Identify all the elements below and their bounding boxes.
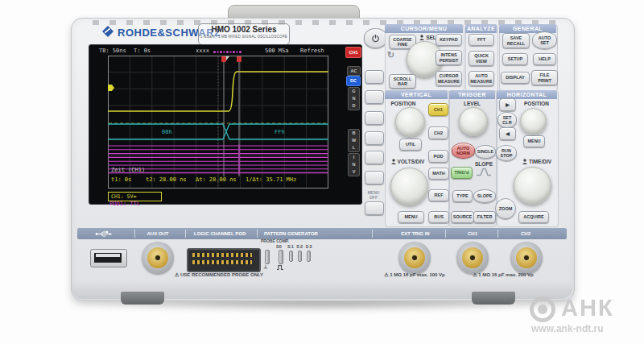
cursor-prev-button[interactable]: ◀: [499, 127, 516, 140]
side-tab-inv: I N V: [348, 153, 360, 176]
cursor-delta-t: Δt: 28.00 ns: [196, 176, 237, 183]
side-tab-dc: DC: [346, 76, 361, 86]
softkey-5[interactable]: [365, 151, 384, 164]
trigger-slope-button[interactable]: SLOPE: [473, 189, 496, 203]
pattern-generator-label: PATTERN GENERATOR: [261, 228, 345, 239]
help-button[interactable]: HELP: [533, 53, 556, 65]
math-button[interactable]: MATH: [428, 168, 449, 180]
cursor-t2: t2: 28.00 ns: [146, 176, 187, 183]
time-div-label: TIME/DIV: [518, 158, 556, 164]
trigger-level-knob[interactable]: [459, 107, 488, 136]
volts-div-knob[interactable]: [390, 168, 428, 205]
status-activity-dots: [213, 48, 242, 55]
horizontal-position-knob[interactable]: [520, 108, 547, 135]
trigger-source-button[interactable]: SOURCE: [451, 211, 474, 223]
side-tab-bwl: B W L: [348, 129, 360, 152]
model-name: HMO 1002 Series: [199, 24, 289, 35]
trigger-level-label: LEVEL: [454, 100, 490, 106]
trigger-type-button[interactable]: TYPE: [452, 190, 473, 202]
band-divider: [497, 230, 498, 238]
band-divider: [257, 230, 258, 238]
softkey-6[interactable]: [365, 171, 384, 184]
pod-readout: POD1: TTL: [109, 201, 140, 207]
display-button[interactable]: DISPLAY: [501, 72, 530, 84]
file-print-button[interactable]: FILE PRINT: [531, 70, 558, 85]
ext-trig-warning: ⚠ 1 MΩ 16 pF max. 100 Vp: [372, 271, 457, 277]
watermark-name: АНК: [561, 295, 614, 321]
side-tab-gnd: G N D: [348, 87, 360, 110]
channel-warning: ⚠ 1 MΩ 16 pF max. 200 Vp: [459, 271, 547, 277]
util-button[interactable]: UTIL: [399, 139, 422, 151]
probe-comp-signal-pin: [279, 250, 283, 264]
setup-button[interactable]: SETUP: [502, 53, 528, 65]
section-analyze-header: ANALYZE: [465, 24, 497, 33]
trigd-indicator: TRIG'd: [451, 167, 473, 179]
section-vertical-header: VERTICAL: [385, 90, 448, 99]
power-button[interactable]: [364, 28, 387, 48]
model-subtitle: 1 GSa/s / 1 MB MIXED SIGNAL OSCILLOSCOPE: [199, 35, 289, 39]
probe-warning: ⚠ USE RECOMMENDED PROBE ONLY: [174, 271, 264, 277]
bus-value-low: 00h: [162, 129, 172, 135]
acquire-button[interactable]: ACQUIRE: [518, 211, 549, 223]
side-tab-channel: CH1: [345, 47, 361, 58]
status-timebase: TB: 50ns: [99, 48, 126, 54]
oscilloscope-product-photo: ROHDE&SCHWARZ HMO 1002 Series 1 GSa/s / …: [0, 0, 644, 344]
softkey-2[interactable]: [365, 90, 384, 104]
scroll-bar-button[interactable]: SCROLL BAR: [389, 74, 416, 89]
save-recall-button[interactable]: SAVE RECALL: [502, 33, 530, 48]
s1-pin: [289, 251, 293, 262]
auto-norm-button[interactable]: AUTO NORM: [452, 143, 475, 159]
section-trigger-header: TRIGGER: [449, 90, 495, 99]
cursor-measure-button[interactable]: CURSOR MEASURE: [436, 71, 462, 86]
keypad-button[interactable]: KEYPAD: [436, 34, 462, 46]
single-button[interactable]: SINGLE: [475, 145, 496, 159]
softkey-menu-off[interactable]: [365, 201, 384, 215]
status-sample-rate: 500 MSa: [265, 48, 289, 54]
ref-button[interactable]: REF: [428, 189, 449, 201]
person-icon: [391, 159, 396, 164]
power-icon: [371, 34, 380, 43]
section-cursor-menu-header: CURSOR/MENU: [385, 24, 463, 33]
vertical-menu-button[interactable]: MENU: [398, 211, 424, 223]
band-divider: [185, 230, 186, 238]
ch2-connector-label: CH2: [502, 228, 549, 239]
cursor-measure-title: Zeit (CH1): [111, 167, 145, 173]
ch1-button[interactable]: CH1: [428, 103, 448, 116]
status-channel-activity: xxxx: [196, 48, 209, 54]
ground-symbol: ⊥: [263, 263, 267, 269]
bus-button[interactable]: BUS: [428, 211, 449, 223]
time-div-knob[interactable]: [514, 167, 551, 205]
side-tab-ac: AC: [347, 66, 361, 76]
ch2-button[interactable]: CH2: [428, 126, 448, 139]
trigger-filter-button[interactable]: FILTER: [473, 211, 496, 223]
band-divider: [134, 230, 135, 238]
softkey-1[interactable]: [365, 70, 384, 84]
square-wave-icon: [276, 264, 284, 271]
set-clr-button[interactable]: SET CLR: [497, 112, 517, 128]
aux-out-label: AUX OUT: [134, 228, 182, 239]
s3-pin: [307, 251, 311, 262]
auto-measure-button[interactable]: AUTO MEASURE: [469, 71, 494, 86]
s123-label: S1 S2 S3: [287, 244, 312, 249]
fft-button[interactable]: FFT: [469, 34, 494, 46]
watermark-logo: [530, 296, 555, 322]
volts-div-label: VOLTS/DIV: [386, 158, 430, 164]
horizontal-menu-button[interactable]: MENU: [523, 135, 545, 147]
ch2-bnc: [510, 242, 543, 274]
softkey-4[interactable]: [365, 131, 384, 145]
cursor-next-button[interactable]: ▶: [499, 98, 516, 111]
probe-comp-gnd-pin: [265, 250, 270, 264]
vertical-position-knob[interactable]: [395, 107, 425, 137]
autoset-button[interactable]: AUTO SET: [532, 31, 557, 49]
run-stop-button[interactable]: RUN STOP: [496, 145, 517, 161]
intens-persist-button[interactable]: INTENS PERSIST: [436, 50, 462, 65]
zoom-button[interactable]: ZOOM: [495, 198, 516, 219]
watermark-url: www.ank-ndt.ru: [531, 323, 604, 334]
pod-button[interactable]: POD: [428, 150, 448, 163]
softkey-3[interactable]: [365, 111, 384, 125]
pod-pin-row: [192, 253, 252, 257]
menu-off-label: MENU OFF: [361, 190, 386, 200]
model-box: HMO 1002 Series 1 GSa/s / 1 MB MIXED SIG…: [198, 23, 290, 45]
quick-view-button[interactable]: QUICK VIEW: [469, 51, 494, 66]
volts-div-label-text: VOLTS/DIV: [398, 159, 425, 164]
